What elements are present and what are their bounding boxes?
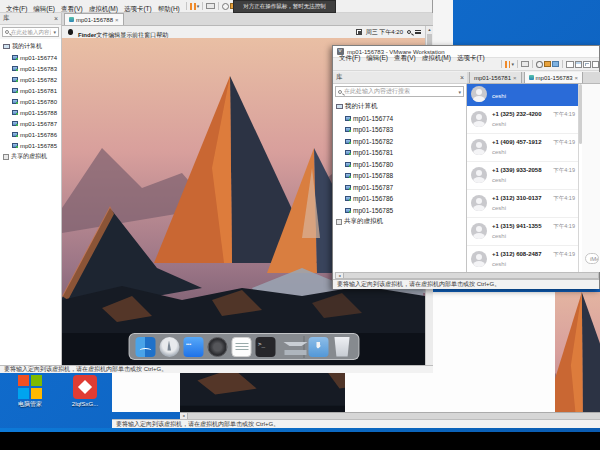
unity-icon[interactable] bbox=[592, 61, 599, 68]
menu-item[interactable]: 文件(F) bbox=[3, 5, 30, 12]
library-search-input[interactable]: 在此处输入内容进行搜索 ▾ bbox=[2, 27, 59, 37]
tree-node-my-computer[interactable]: 我的计算机 bbox=[333, 101, 466, 113]
close-icon[interactable]: × bbox=[54, 14, 58, 24]
macos-menu-item[interactable]: 显示 bbox=[120, 32, 132, 38]
library-search-input[interactable]: 在此处输入内容进行搜索 ▾ bbox=[335, 86, 464, 97]
vm-tree-item[interactable]: mp01-156782 bbox=[333, 136, 466, 148]
menu-clock[interactable]: 周三 下午4:20 bbox=[366, 28, 403, 37]
pause-icon[interactable] bbox=[190, 3, 196, 10]
trash-icon[interactable] bbox=[332, 337, 352, 357]
conversation-item[interactable]: +1 (339) 933-2058 下午4:19 ceshi bbox=[467, 162, 578, 190]
tree-node-shared-vms[interactable]: 共享的虚拟机 bbox=[333, 216, 466, 228]
pause-dropdown-caret[interactable]: ▾ bbox=[511, 61, 514, 68]
tree-node-shared-vms[interactable]: 共享的虚拟机 bbox=[0, 151, 61, 162]
tab-mp01-156781[interactable]: mp01-156781 × bbox=[469, 72, 522, 83]
tab-close-icon[interactable]: × bbox=[513, 75, 517, 81]
vm-tree-item[interactable]: mp01-156774 bbox=[0, 52, 61, 63]
tab-mp01-156783[interactable]: mp01-156783 × bbox=[524, 72, 584, 83]
conversation-item[interactable]: +1 (312) 608-2487 下午4:19 ceshi bbox=[467, 246, 578, 272]
vm-tree-item[interactable]: mp01-156783 bbox=[333, 124, 466, 136]
vm-icon bbox=[12, 121, 18, 126]
vm-console-messages-app[interactable]: ceshi +1 (325) 232-4200 下午4:19 ceshi +1 … bbox=[467, 84, 600, 272]
macos-menu-item[interactable]: 编辑 bbox=[108, 32, 120, 38]
vm-tree-item[interactable]: mp01-156782 bbox=[0, 74, 61, 85]
vm-tree-item[interactable]: mp01-156781 bbox=[333, 147, 466, 159]
macos-menu-item[interactable]: 前往 bbox=[132, 32, 144, 38]
contact-name: ceshi bbox=[492, 233, 506, 239]
show-library-icon[interactable] bbox=[566, 61, 573, 68]
vm-tree-item[interactable]: mp01-156780 bbox=[333, 159, 466, 171]
horizontal-scrollbar[interactable]: ◂ bbox=[335, 272, 599, 279]
vm-tree-item[interactable]: mp01-156785 bbox=[0, 140, 61, 151]
macos-menu-item[interactable]: 窗口 bbox=[144, 32, 156, 38]
vm-tree-item[interactable]: mp01-156785 bbox=[333, 205, 466, 217]
macos-menu-item[interactable]: Finder bbox=[78, 32, 96, 38]
finder-icon[interactable] bbox=[135, 337, 155, 357]
conversation-item[interactable]: +1 (409) 457-1912 下午4:19 ceshi bbox=[467, 134, 578, 162]
tree-node-my-computer[interactable]: 我的计算机 bbox=[0, 41, 61, 52]
scroll-left-button[interactable]: ◂ bbox=[336, 273, 344, 278]
vm-tree-item[interactable]: mp01-156787 bbox=[0, 118, 61, 129]
send-ctrl-alt-del-icon[interactable] bbox=[521, 61, 529, 67]
tab-mp01-156788[interactable]: mp01-156788 × bbox=[64, 13, 124, 25]
menu-item[interactable]: 帮助(H) bbox=[155, 5, 183, 12]
snapshot-clock-icon[interactable] bbox=[222, 3, 229, 10]
console-view-icon[interactable] bbox=[575, 61, 582, 68]
menu-item[interactable]: 查看(V) bbox=[391, 54, 419, 61]
vm-tree-item[interactable]: mp01-156780 bbox=[0, 96, 61, 107]
vm-tab-icon bbox=[69, 17, 74, 22]
conversation-item[interactable]: +1 (315) 941-1355 下午4:19 ceshi bbox=[467, 218, 578, 246]
pause-dropdown-caret[interactable]: ▾ bbox=[197, 3, 200, 10]
menu-item[interactable]: 编辑(E) bbox=[363, 54, 391, 61]
imessage-input[interactable]: iMessage bbox=[585, 253, 599, 264]
textedit-icon[interactable] bbox=[231, 337, 251, 357]
chevron-down-icon[interactable]: ▾ bbox=[53, 29, 56, 35]
vm-tree-item[interactable]: mp01-156783 bbox=[0, 63, 61, 74]
close-icon[interactable]: × bbox=[460, 73, 464, 83]
downloads-icon[interactable] bbox=[308, 337, 328, 357]
fullscreen-icon[interactable] bbox=[583, 61, 590, 68]
menu-item[interactable]: 编辑(E) bbox=[30, 5, 58, 12]
background-horizontal-scrollbar[interactable]: ◂ bbox=[180, 412, 600, 419]
messages-icon[interactable] bbox=[183, 337, 203, 357]
menu-item[interactable]: 虚拟机(M) bbox=[86, 5, 121, 12]
menu-item[interactable]: 选项卡(T) bbox=[121, 5, 155, 12]
desktop-icon-pc-manager[interactable]: 电脑管家 bbox=[3, 375, 57, 408]
take-snapshot-icon[interactable] bbox=[544, 61, 551, 67]
pause-icon[interactable] bbox=[505, 61, 510, 68]
menu-item[interactable]: 选项卡(T) bbox=[454, 54, 488, 61]
vm-icon bbox=[12, 110, 18, 115]
menu-item[interactable]: 虚拟机(M) bbox=[419, 54, 454, 61]
apple-icon[interactable] bbox=[68, 29, 73, 35]
conversation-item[interactable]: +1 (325) 232-4200 下午4:19 ceshi bbox=[467, 106, 578, 134]
vm-tree-item[interactable]: mp01-156786 bbox=[333, 193, 466, 205]
vm-tree-item[interactable]: mp01-156786 bbox=[0, 129, 61, 140]
vm-tree-item[interactable]: mp01-156774 bbox=[333, 113, 466, 125]
terminal-icon[interactable] bbox=[255, 337, 275, 357]
conversation-item[interactable]: +1 (312) 310-0137 下午4:19 ceshi bbox=[467, 190, 578, 218]
chevron-down-icon[interactable]: ▾ bbox=[458, 89, 461, 95]
spotlight-search-icon[interactable] bbox=[407, 30, 411, 34]
toolbar-divider bbox=[218, 2, 219, 10]
tab-close-icon[interactable]: × bbox=[115, 17, 119, 23]
vm-tree-item[interactable]: mp01-156788 bbox=[333, 170, 466, 182]
menu-item[interactable]: 查看(V) bbox=[58, 5, 86, 12]
input-source-icon[interactable] bbox=[356, 29, 362, 35]
vm-tree-item[interactable]: mp01-156781 bbox=[0, 85, 61, 96]
menu-item[interactable]: 文件(F) bbox=[336, 54, 363, 61]
preferences-icon[interactable] bbox=[207, 337, 227, 357]
vm-tree-item[interactable]: mp01-156787 bbox=[333, 182, 466, 194]
launchpad-icon[interactable] bbox=[159, 337, 179, 357]
macos-menu-item[interactable]: 帮助 bbox=[156, 32, 168, 38]
tab-close-icon[interactable]: × bbox=[575, 75, 579, 81]
manage-snapshots-icon[interactable] bbox=[552, 61, 559, 67]
snapshot-clock-icon[interactable] bbox=[536, 61, 543, 68]
desktop-icon-file[interactable]: 2lqfSxG... bbox=[58, 375, 112, 408]
macos-menu-item[interactable]: 文件 bbox=[96, 32, 108, 38]
vm-tree-item[interactable]: mp01-156788 bbox=[0, 107, 61, 118]
stacks-icon[interactable] bbox=[279, 337, 299, 357]
scroll-up-button[interactable]: ▲ bbox=[426, 26, 433, 33]
send-ctrl-alt-del-icon[interactable] bbox=[206, 3, 215, 9]
conversation-selected[interactable]: ceshi bbox=[467, 84, 578, 106]
notification-center-icon[interactable] bbox=[415, 29, 421, 35]
